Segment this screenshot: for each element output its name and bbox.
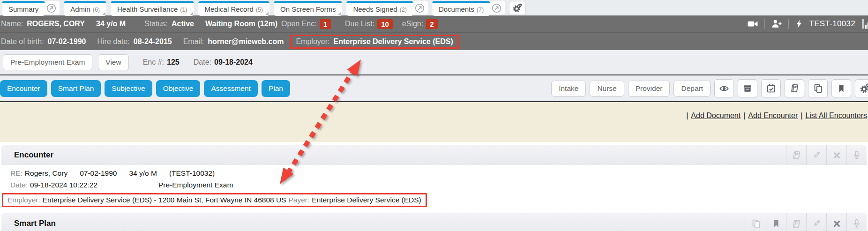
email-label: Email: — [183, 37, 204, 46]
patient-location: Waiting Room (12m) — [205, 20, 277, 28]
copy-button[interactable] — [746, 213, 766, 231]
close-button[interactable] — [826, 213, 846, 231]
patient-demographics-bar: Date of birth: 07-02-1990 Hire date: 08-… — [0, 32, 868, 50]
nav-encounter-button[interactable]: Encounter — [0, 80, 47, 97]
dictate-button[interactable] — [846, 213, 867, 231]
tab-label: Documents — [439, 5, 474, 13]
encounter-nav-row: Encounter Smart Plan Subjective Objectiv… — [0, 75, 868, 102]
add-encounter-link[interactable]: Add Encounter — [748, 112, 798, 120]
nav-subjective-button[interactable]: Subjective — [105, 80, 152, 97]
due-list-badge[interactable]: 10 — [377, 19, 393, 29]
name-label: Name: — [1, 20, 23, 28]
tab-on-screen-forms[interactable]: On Screen Forms — [274, 1, 342, 16]
tab-label: Medical Record — [205, 5, 254, 13]
re-age-sex: 34 y/o M — [129, 169, 157, 178]
eye-button[interactable] — [714, 79, 734, 97]
re-name: Rogers, Cory — [25, 169, 67, 177]
book-icon — [790, 83, 800, 93]
bookmark-icon — [837, 84, 846, 93]
copy-button[interactable] — [808, 79, 828, 97]
summary-popout-icon[interactable] — [43, 1, 60, 15]
tab-summary[interactable]: Summary — [2, 1, 45, 16]
book-button[interactable] — [786, 145, 806, 165]
bookmark-button[interactable] — [766, 213, 786, 231]
enc-number-label: Enc #: — [143, 58, 164, 67]
divider — [764, 19, 765, 29]
employer-annotation-box: Employer: Enterprise Delivery Service (E… — [290, 35, 458, 49]
gears-icon — [860, 83, 868, 93]
depart-button[interactable]: Depart — [673, 81, 711, 97]
documents-popout-icon[interactable] — [488, 1, 505, 15]
tab-needs-signed[interactable]: Needs Signed (2) — [346, 1, 413, 16]
copy-icon — [751, 219, 761, 229]
employer-value: Enterprise Delivery Service (EDS) - 1200… — [43, 196, 286, 204]
encounter-section-title: Encounter — [1, 150, 53, 160]
patient-status: Active — [172, 20, 194, 28]
copy-icon — [813, 83, 823, 93]
archive-icon — [743, 84, 752, 93]
exam-type: Pre-Employment Exam — [158, 181, 233, 189]
tab-settings-button[interactable] — [509, 1, 526, 15]
nurse-button[interactable]: Nurse — [590, 81, 624, 97]
tab-admin[interactable]: Admin (6) — [64, 1, 106, 16]
encounter-section-header: Encounter — [1, 145, 867, 165]
bookmark-icon — [771, 219, 781, 228]
payer-value: Enterprise Delivery Service (EDS) — [312, 196, 421, 204]
tab-medical-record[interactable]: Medical Record (5) — [198, 1, 270, 16]
date-label: Date: — [10, 181, 28, 189]
close-icon — [832, 219, 841, 228]
calendar-button[interactable] — [761, 79, 781, 97]
separator: | — [686, 112, 688, 120]
edit-button[interactable] — [806, 213, 826, 231]
needs-signed-popout-icon[interactable] — [412, 1, 428, 15]
nav-plan-button[interactable]: Plan — [262, 80, 290, 97]
view-button[interactable]: View — [98, 54, 128, 70]
date-line: Date: 09-18-2024 10:22:22 Pre-Employment… — [10, 181, 868, 189]
esign-badge[interactable]: 2 — [426, 19, 437, 29]
book-icon — [792, 150, 801, 160]
add-document-link[interactable]: Add Document — [691, 112, 741, 120]
intake-button[interactable]: Intake — [551, 81, 586, 97]
employer-label: Employer: — [7, 196, 40, 204]
re-line: RE:Rogers, Cory 07-02-1990 34 y/o M (TES… — [10, 169, 868, 178]
nav-smart-plan-button[interactable]: Smart Plan — [51, 80, 101, 97]
email-value: horner@mieweb.com — [208, 37, 284, 46]
dictate-button[interactable] — [846, 145, 867, 165]
book-button[interactable] — [785, 79, 804, 97]
separator: | — [743, 112, 745, 120]
nav-assessment-button[interactable]: Assessment — [204, 80, 257, 97]
re-dob: 07-02-1990 — [80, 169, 117, 178]
person-plus-icon[interactable] — [771, 19, 782, 29]
payer-label: Payer: — [289, 196, 310, 204]
open-enc-badge[interactable]: 1 — [320, 19, 331, 29]
video-camera-icon[interactable] — [747, 19, 758, 29]
tab-count: (2) — [400, 7, 407, 13]
lightning-icon[interactable] — [795, 19, 803, 29]
tab-label: On Screen Forms — [280, 5, 336, 13]
action-links-strip: | Add Document | Add Encounter | List Al… — [0, 102, 868, 142]
bookmark-button[interactable] — [831, 79, 851, 97]
bar-chart-icon[interactable] — [861, 18, 868, 30]
tab-count: (5) — [256, 7, 263, 13]
patient-id: TEST-10032 — [809, 19, 855, 29]
exam-type-button[interactable]: Pre-Employment Exam — [3, 54, 92, 70]
enc-date-label: Date: — [194, 58, 211, 67]
enc-number-value: 125 — [167, 58, 180, 67]
calendar-check-icon — [766, 83, 776, 93]
close-button[interactable] — [826, 145, 846, 165]
settings-button[interactable] — [855, 79, 868, 97]
smart-plan-section-title: Smart Plan — [1, 219, 56, 228]
tab-label: Summary — [8, 5, 38, 13]
tab-documents[interactable]: Documents (7) — [432, 1, 490, 16]
tab-label: Health Surveillance — [117, 5, 178, 13]
archive-button[interactable] — [738, 79, 757, 97]
tab-health-surveillance[interactable]: Health Surveillance (1) — [111, 1, 194, 16]
status-label: Status: — [144, 20, 168, 28]
encounter-content: RE:Rogers, Cory 07-02-1990 34 y/o M (TES… — [0, 165, 868, 207]
book-button[interactable] — [786, 213, 806, 231]
provider-button[interactable]: Provider — [628, 81, 670, 97]
edit-button[interactable] — [806, 145, 826, 165]
list-all-encounters-link[interactable]: List All Encounters — [805, 112, 867, 120]
nav-objective-button[interactable]: Objective — [156, 80, 201, 97]
patient-name: ROGERS, CORY — [27, 20, 85, 28]
